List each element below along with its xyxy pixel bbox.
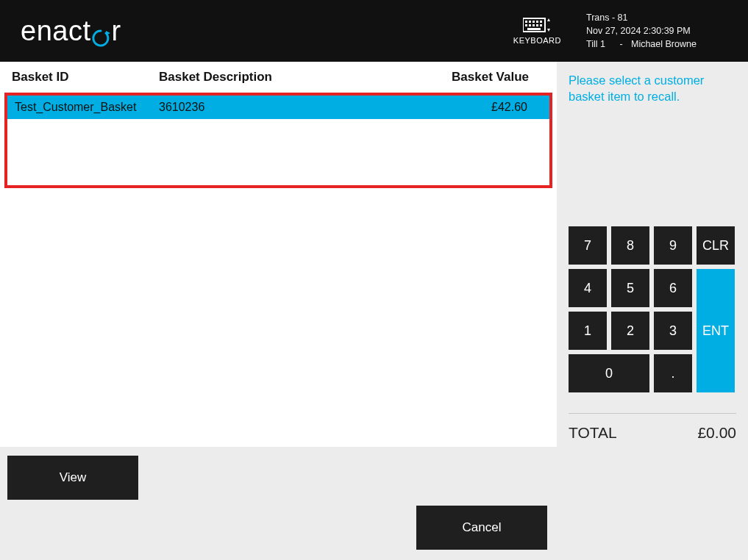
svg-rect-6 (540, 21, 542, 23)
svg-rect-8 (529, 24, 531, 26)
key-1[interactable]: 1 (569, 312, 607, 350)
key-clr[interactable]: CLR (697, 226, 735, 265)
key-9[interactable]: 9 (654, 226, 692, 265)
numeric-keypad: 7 8 9 CLR 4 5 6 ENT 1 2 3 0 . (569, 226, 735, 392)
bottom-button-bar: View Cancel (0, 447, 557, 560)
brand-text-pre: enact (21, 15, 90, 47)
cell-basket-desc: 3610236 (159, 101, 446, 114)
right-pane: Please select a customer basket item to … (557, 62, 748, 560)
recycle-o-icon (91, 23, 110, 42)
total-label: TOTAL (569, 424, 617, 442)
trans-number: Trans - 81 (586, 11, 733, 24)
col-header-id: Basket ID (12, 70, 159, 85)
basket-row[interactable]: Test_Customer_Basket 3610236 £42.60 (7, 96, 549, 119)
svg-rect-10 (536, 24, 538, 26)
svg-rect-7 (525, 24, 527, 26)
basket-list-panel: Basket ID Basket Description Basket Valu… (0, 62, 557, 447)
key-0[interactable]: 0 (569, 354, 649, 392)
key-4[interactable]: 4 (569, 269, 607, 307)
svg-rect-4 (532, 21, 535, 23)
keyboard-label: KEYBOARD (513, 36, 561, 45)
key-8[interactable]: 8 (611, 226, 649, 265)
key-dot[interactable]: . (654, 354, 692, 392)
svg-rect-9 (532, 24, 535, 26)
highlight-box: Test_Customer_Basket 3610236 £42.60 (4, 93, 552, 188)
svg-rect-3 (529, 21, 531, 23)
brand-logo: enact r (21, 15, 121, 47)
col-header-value: Basket Value (449, 70, 545, 85)
app-header: enact r KEYBOARD Trans - 81 (0, 0, 748, 62)
keyboard-icon (523, 17, 551, 33)
dash: - (619, 37, 628, 51)
key-6[interactable]: 6 (654, 269, 692, 307)
user-name: Michael Browne (631, 37, 697, 51)
key-5[interactable]: 5 (611, 269, 649, 307)
key-7[interactable]: 7 (569, 226, 607, 265)
cell-basket-value: £42.60 (446, 101, 542, 114)
left-pane: Basket ID Basket Description Basket Valu… (0, 62, 557, 560)
svg-marker-14 (547, 29, 550, 32)
col-header-desc: Basket Description (159, 70, 449, 85)
highlight-empty-area (7, 119, 549, 185)
prompt-text: Please select a customer basket item to … (569, 72, 736, 226)
view-button[interactable]: View (7, 456, 138, 500)
svg-rect-2 (525, 21, 527, 23)
total-line: TOTAL £0.00 (569, 413, 736, 442)
svg-rect-5 (536, 21, 538, 23)
key-3[interactable]: 3 (654, 312, 692, 350)
brand-text-post: r (111, 15, 121, 47)
svg-rect-11 (540, 24, 542, 26)
till-label: Till 1 (586, 37, 617, 51)
cell-basket-id: Test_Customer_Basket (15, 101, 159, 114)
key-ent[interactable]: ENT (697, 269, 735, 392)
svg-rect-12 (527, 28, 541, 30)
cancel-button[interactable]: Cancel (416, 506, 547, 550)
total-value: £0.00 (697, 424, 736, 442)
transaction-info: Trans - 81 Nov 27, 2024 2:30:39 PM Till … (586, 11, 733, 51)
basket-header-row: Basket ID Basket Description Basket Valu… (0, 62, 557, 93)
trans-datetime: Nov 27, 2024 2:30:39 PM (586, 24, 733, 37)
keyboard-button[interactable]: KEYBOARD (513, 17, 561, 45)
key-2[interactable]: 2 (611, 312, 649, 350)
svg-marker-13 (547, 18, 550, 21)
